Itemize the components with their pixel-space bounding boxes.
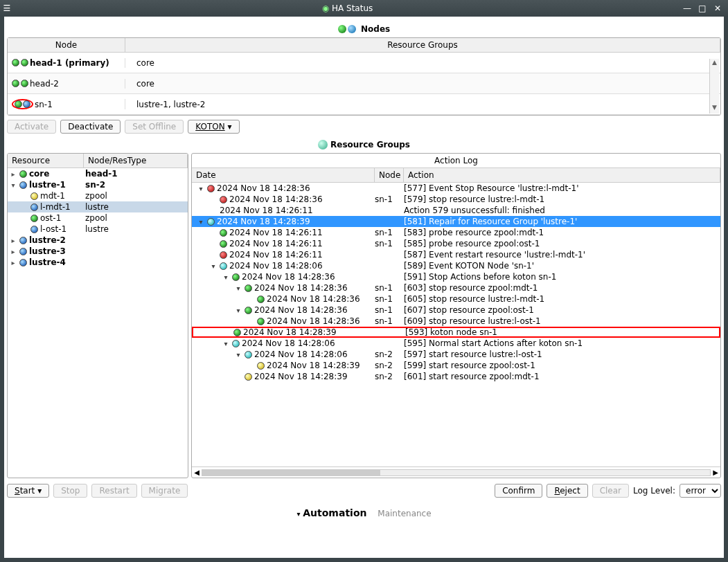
nodes-table: Node Resource Groups head-1 (primary)cor… [7,37,721,116]
close-icon[interactable]: ✕ [711,3,724,14]
tree-row[interactable]: mdt-1zpool [8,190,188,201]
status-dot [207,218,215,226]
status-dot [30,226,38,233]
status-dot [245,307,252,314]
minimize-icon[interactable]: — [681,3,693,14]
status-dot [232,340,240,347]
migrate-button: Migrate [141,484,188,498]
status-dot [19,237,27,244]
log-row[interactable]: ▾2024 Nov 18 14:28:36sn-1[607] stop reso… [192,305,720,316]
log-row[interactable]: 2024 Nov 18 14:28:36sn-1[605] stop resou… [192,293,720,305]
window-title: HA Status [332,3,373,13]
resource-groups-title: Resource Groups [7,138,721,150]
deactivate-button[interactable]: Deactivate [60,120,121,134]
status-dot [220,240,227,248]
action-log-panel: Action Log Date Node Action ▾2024 Nov 18… [191,153,721,478]
log-header-action[interactable]: Action [404,168,720,182]
log-row[interactable]: ▾2024 Nov 18 14:28:36[577] Event Stop Re… [192,183,720,194]
status-dot [19,181,27,189]
tree-row[interactable]: ost-1zpool [8,212,188,224]
activate-button: Activate [7,120,56,134]
status-dot [232,273,240,281]
log-row[interactable]: 2024 Nov 18 14:28:39[593] koton node sn-… [192,327,720,338]
status-dot [12,80,19,87]
loglevel-select[interactable]: error [680,484,721,498]
log-row[interactable]: 2024 Nov 18 14:28:39sn-2[599] start reso… [192,360,720,371]
nodes-section-title: Nodes [7,22,721,35]
status-dot [207,185,215,192]
status-dot [257,318,265,325]
log-header-date[interactable]: Date [192,168,375,182]
tree-row[interactable]: l-ost-1lustre [8,224,188,235]
log-row[interactable]: 2024 Nov 18 14:26:11sn-1[583] probe reso… [192,227,720,238]
tree-header-resource[interactable]: Resource [8,154,84,167]
tree-row[interactable]: ▸corehead-1 [8,168,188,179]
log-body[interactable]: ▾2024 Nov 18 14:28:36[577] Event Stop Re… [192,183,720,466]
log-header-node[interactable]: Node [375,168,404,182]
log-row[interactable]: ▾2024 Nov 18 14:28:06[589] Event KOTON N… [192,260,720,271]
status-dot [23,100,30,108]
set-offline-button: Set Offline [125,120,184,134]
log-row[interactable]: ▾2024 Nov 18 14:28:36sn-1[603] stop reso… [192,282,720,293]
tree-row[interactable]: l-mdt-1lustre [8,201,188,212]
tree-row[interactable]: ▸lustre-4 [8,257,188,268]
status-dot [21,59,28,66]
log-row[interactable]: ▾2024 Nov 18 14:28:06sn-2[597] start res… [192,349,720,360]
nodes-row[interactable]: head-2core [8,73,720,94]
log-row[interactable]: ▾2024 Nov 18 14:28:39[581] Repair for Re… [192,216,720,227]
app-menu-icon[interactable]: ☰ [0,3,14,13]
log-row[interactable]: 2024 Nov 18 14:26:11[587] Event restart … [192,249,720,260]
action-log-title: Action Log [192,154,720,168]
status-dot [245,284,252,292]
status-dot [220,251,227,259]
status-dot [30,203,38,211]
status-dot [30,215,38,222]
status-dot [19,248,27,255]
titlebar: ☰ ◉ HA Status — □ ✕ [0,0,728,17]
nodes-header-node[interactable]: Node [8,38,125,52]
log-row[interactable]: ▾2024 Nov 18 14:28:36[591] Stop Actions … [192,271,720,282]
status-dot [245,351,252,359]
tree-row[interactable]: ▸lustre-2 [8,235,188,246]
automation-label[interactable]: Automation [303,507,366,518]
status-dot [21,80,28,87]
log-row[interactable]: ▾2024 Nov 18 14:28:06[595] Normal start … [192,338,720,349]
log-row[interactable]: 2024 Nov 18 14:28:36sn-1[609] stop resou… [192,316,720,327]
nodes-row[interactable]: head-1 (primary)core [8,53,720,73]
status-dot [19,170,27,178]
status-dot [15,100,22,108]
log-row[interactable]: 2024 Nov 18 14:28:36sn-1[579] stop resou… [192,194,720,205]
nodes-header-rg[interactable]: Resource Groups [125,38,720,52]
resource-tree[interactable]: Resource Node/ResType ▸corehead-1▾lustre… [7,153,188,478]
status-dot [233,329,241,336]
nodes-row[interactable]: sn-1lustre-1, lustre-2 [8,94,720,115]
nodes-scrollbar[interactable]: ▲ ▼ [709,59,719,114]
start-button[interactable]: Start [7,484,49,498]
koton-button[interactable]: KOTON [188,120,239,134]
loglevel-label: Log Level: [633,486,675,496]
tree-row[interactable]: ▾lustre-1sn-2 [8,179,188,190]
tree-header-node[interactable]: Node/ResType [84,154,188,167]
status-dot [19,259,27,266]
status-dot [220,262,227,270]
log-row[interactable]: 2024 Nov 18 14:26:11sn-1[585] probe reso… [192,238,720,249]
maintenance-label[interactable]: Maintenance [378,509,431,518]
tree-row[interactable]: ▸lustre-3 [8,246,188,257]
status-dot [30,192,38,200]
status-dot [257,362,265,370]
status-dot [220,196,227,203]
maximize-icon[interactable]: □ [696,3,709,14]
confirm-button[interactable]: Confirm [495,484,542,498]
restart-button: Restart [91,484,136,498]
stop-button: Stop [53,484,87,498]
status-dot [257,296,265,303]
chevron-down-icon[interactable]: ▾ [296,510,300,518]
reject-button[interactable]: Reject [547,484,587,498]
status-dot [245,373,252,381]
log-row[interactable]: 2024 Nov 18 14:26:11Action 579 unsuccess… [192,205,720,216]
log-hscrollbar[interactable]: ◀ ▶ [192,466,720,478]
status-dot [12,59,19,66]
status-dot [220,229,227,237]
clear-button: Clear [592,484,629,498]
log-row[interactable]: 2024 Nov 18 14:28:39sn-2[601] start reso… [192,371,720,382]
